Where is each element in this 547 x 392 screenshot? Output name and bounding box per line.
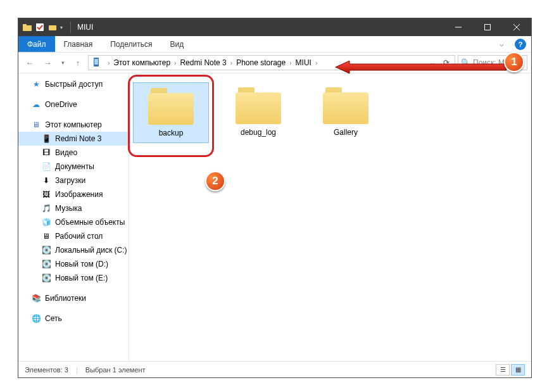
folder-icon — [323, 87, 368, 124]
annotation-badge-1: 1 — [504, 52, 524, 72]
crumb-thispc[interactable]: Этот компьютер — [113, 58, 170, 67]
crumb-miui[interactable]: MIUI — [296, 58, 311, 67]
folder-small-icon — [47, 22, 58, 32]
nav-onedrive[interactable]: ☁ OneDrive — [18, 98, 129, 111]
folder-label: backup — [159, 129, 184, 137]
tab-file[interactable]: Файл — [18, 36, 55, 52]
tab-share[interactable]: Поделиться — [101, 36, 161, 52]
back-button[interactable]: ← — [22, 55, 37, 70]
nav-videos[interactable]: 🎞Видео — [18, 146, 129, 160]
ribbon: Файл Главная Поделиться Вид ⌵ ? — [18, 36, 531, 53]
nav-drive-e[interactable]: 💽Новый том (E:) — [18, 271, 129, 285]
titlebar: ▾ MIUI — [18, 18, 531, 36]
chevron-right-icon[interactable]: › — [104, 60, 113, 66]
crumb-storage[interactable]: Phone storage — [236, 58, 286, 67]
qat-dropdown-icon[interactable]: ▾ — [60, 25, 63, 30]
view-details-button[interactable]: ☰ — [496, 364, 510, 376]
chevron-right-icon[interactable]: › — [170, 60, 180, 66]
folder-backup[interactable]: backup — [133, 82, 209, 143]
help-button[interactable]: ? — [515, 39, 526, 50]
nav-libraries[interactable]: 📚Библиотеки — [18, 291, 129, 305]
qat: ▾ — [18, 22, 66, 32]
library-icon: 📚 — [31, 293, 41, 303]
folder-label: debug_log — [241, 128, 276, 137]
folder-gallery[interactable]: Gallery — [308, 82, 384, 142]
drive-icon: 💽 — [41, 259, 51, 269]
doc-icon: 📄 — [41, 161, 51, 172]
minimize-button[interactable] — [444, 18, 473, 36]
tab-home[interactable]: Главная — [55, 36, 102, 52]
picture-icon: 🖼 — [41, 189, 51, 199]
nav-downloads[interactable]: ⬇Загрузки — [18, 174, 129, 187]
maximize-button[interactable] — [473, 18, 502, 36]
chevron-right-icon[interactable]: › — [311, 60, 321, 66]
folder-icon — [22, 22, 32, 32]
nav-documents[interactable]: 📄Документы — [18, 160, 129, 174]
up-button[interactable]: ↑ — [70, 55, 85, 70]
status-selected: Выбран 1 элемент — [85, 366, 146, 374]
nav-pictures[interactable]: 🖼Изображения — [18, 187, 129, 201]
annotation-arrow — [336, 60, 506, 75]
tab-view[interactable]: Вид — [161, 36, 192, 52]
desktop-icon: 🖥 — [41, 231, 51, 241]
svg-rect-3 — [49, 25, 56, 30]
history-dropdown-icon[interactable]: ▾ — [58, 55, 68, 70]
nav-3dobjects[interactable]: 🧊Объемные объекты — [18, 215, 129, 229]
star-icon: ★ — [31, 79, 41, 89]
svg-rect-1 — [23, 24, 27, 26]
folder-icon — [148, 88, 194, 125]
cube-icon: 🧊 — [41, 217, 51, 227]
nav-drive-c[interactable]: 💽Локальный диск (C:) — [18, 243, 129, 257]
folder-label: Gallery — [334, 128, 358, 137]
forward-button[interactable]: → — [40, 55, 55, 70]
svg-rect-9 — [94, 59, 98, 65]
close-button[interactable] — [502, 18, 531, 36]
drive-icon: 💽 — [41, 245, 51, 255]
view-icons-button[interactable]: ▦ — [511, 364, 525, 376]
nav-redmi[interactable]: 📱 Redmi Note 3 — [18, 132, 129, 146]
status-bar: Элементов: 3 | Выбран 1 элемент ☰ ▦ — [18, 361, 531, 377]
drive-icon: 💽 — [41, 273, 51, 283]
nav-music[interactable]: 🎵Музыка — [18, 201, 129, 215]
ribbon-expand-icon[interactable]: ⌵ — [493, 36, 510, 52]
nav-network[interactable]: 🌐Сеть — [18, 312, 129, 326]
status-count: Элементов: 3 — [25, 366, 68, 374]
folder-debuglog[interactable]: debug_log — [220, 82, 296, 142]
nav-tree: ★ Быстрый доступ ☁ OneDrive 🖥 Этот компь… — [18, 73, 129, 361]
check-icon — [35, 22, 45, 32]
nav-drive-d[interactable]: 💽Новый том (D:) — [18, 257, 129, 271]
nav-quick-access[interactable]: ★ Быстрый доступ — [18, 77, 129, 91]
chevron-right-icon[interactable]: › — [227, 60, 236, 66]
content-pane[interactable]: backup debug_log Gallery — [129, 73, 531, 361]
music-icon: 🎵 — [41, 203, 51, 213]
chevron-right-icon[interactable]: › — [286, 60, 295, 66]
pc-icon: 🖥 — [31, 120, 41, 130]
video-icon: 🎞 — [41, 148, 51, 158]
nav-thispc[interactable]: 🖥 Этот компьютер — [18, 118, 129, 132]
folder-icon — [236, 87, 281, 124]
network-icon: 🌐 — [31, 313, 41, 324]
window-title: MIUI — [75, 23, 93, 32]
svg-rect-5 — [485, 25, 491, 30]
cloud-icon: ☁ — [31, 99, 41, 110]
svg-marker-10 — [336, 61, 506, 73]
annotation-badge-2: 2 — [205, 171, 225, 191]
svg-rect-0 — [23, 25, 32, 31]
download-icon: ⬇ — [41, 175, 51, 186]
nav-desktop[interactable]: 🖥Рабочий стол — [18, 229, 129, 243]
phone-icon — [91, 57, 103, 68]
phone-icon: 📱 — [41, 134, 51, 144]
svg-rect-2 — [36, 23, 44, 31]
crumb-device[interactable]: Redmi Note 3 — [180, 58, 226, 67]
